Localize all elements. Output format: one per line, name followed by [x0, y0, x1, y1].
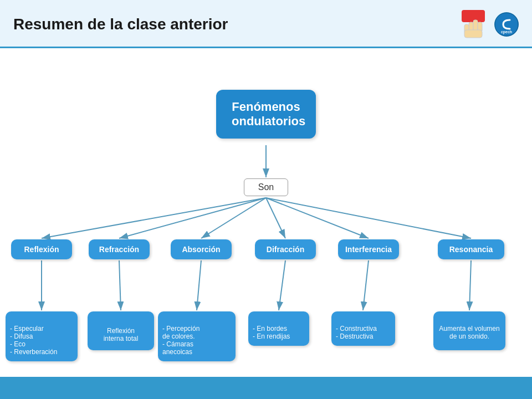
refraccion-label: Refracción — [99, 245, 139, 254]
svg-line-19 — [279, 260, 285, 310]
interferencia-label: Interferencia — [345, 245, 392, 254]
resonancia-desc-text: Aumenta el volumen de un sonido. — [439, 325, 499, 340]
header: Resumen de la clase anterior — [0, 0, 532, 48]
resonancia-node: Resonancia — [438, 239, 504, 259]
mindmap-container: Fenómenos ondulatorios Son Reflexión Ref… — [0, 90, 532, 359]
difraccion-node: Difracción — [255, 239, 316, 259]
reflexion-node: Reflexión — [11, 239, 72, 259]
svg-line-17 — [119, 260, 121, 310]
cpech-logo: cpech — [494, 12, 519, 37]
header-right: cpech — [459, 10, 519, 39]
absorcion-desc-node: - Percepción de colores. - Cámaras aneco… — [158, 311, 236, 361]
page-title: Resumen de la clase anterior — [13, 16, 228, 33]
interferencia-desc-text: - Constructiva - Destructiva — [336, 325, 377, 340]
hand-svg-icon — [459, 16, 488, 39]
interferencia-desc-node: - Constructiva - Destructiva — [331, 311, 395, 346]
svg-line-13 — [266, 198, 285, 238]
difraccion-label: Difracción — [267, 245, 304, 254]
reflexion-interna-text: Reflexión interna total — [104, 327, 139, 342]
svg-rect-4 — [464, 30, 482, 38]
svg-line-18 — [197, 260, 201, 310]
svg-line-21 — [469, 260, 471, 310]
reflexion-interna-node: Reflexión interna total — [88, 311, 154, 350]
svg-line-10 — [42, 198, 266, 238]
absorcion-label: Absorción — [182, 245, 220, 254]
svg-line-11 — [119, 198, 266, 238]
svg-line-12 — [201, 198, 266, 238]
reflexion-label: Reflexión — [24, 245, 59, 254]
svg-line-20 — [363, 260, 369, 310]
absorcion-desc-text: - Percepción de colores. - Cámaras aneco… — [162, 325, 200, 356]
reflexion-desc-node: - Especular - Difusa - Eco - Reverberaci… — [6, 311, 78, 361]
svg-text:cpech: cpech — [501, 30, 512, 34]
difraccion-desc-node: - En bordes - En rendijas — [248, 311, 309, 346]
refraccion-node: Refracción — [89, 239, 150, 259]
absorcion-node: Absorción — [171, 239, 232, 259]
root-label: Fenómenos ondulatorios — [232, 100, 305, 128]
svg-line-15 — [266, 198, 471, 238]
reflexion-desc-text: - Especular - Difusa - Eco - Reverberaci… — [10, 325, 57, 356]
hand-pointer-icon — [459, 10, 488, 39]
main-content: Fenómenos ondulatorios Son Reflexión Ref… — [0, 48, 532, 381]
cpech-circle-icon: cpech — [494, 12, 519, 37]
son-node: Son — [244, 178, 288, 196]
resonancia-label: Resonancia — [449, 245, 493, 254]
interferencia-node: Interferencia — [338, 239, 399, 259]
footer — [0, 377, 532, 399]
son-label: Son — [258, 182, 274, 192]
resonancia-desc-node: Aumenta el volumen de un sonido. — [433, 311, 505, 350]
difraccion-desc-text: - En bordes - En rendijas — [253, 325, 290, 340]
svg-line-14 — [266, 198, 369, 238]
root-node: Fenómenos ondulatorios — [216, 90, 316, 139]
